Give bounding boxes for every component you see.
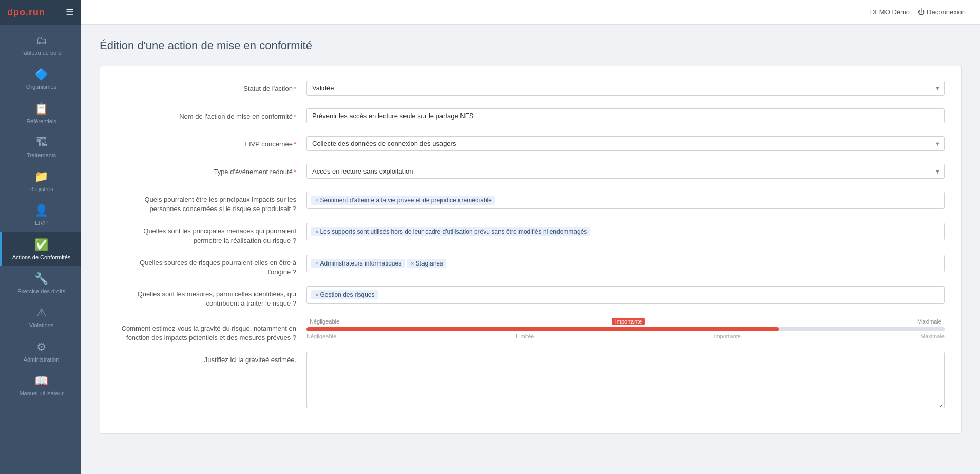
gravite-row: Comment estimez-vous la gravité du risqu… bbox=[117, 318, 945, 343]
tag: ×Administrateurs informatiques bbox=[311, 259, 405, 268]
sidebar-item-tableau-de-bord[interactable]: 🗂Tableau de bord bbox=[0, 28, 81, 62]
sources-row: Quelles sources de risques pourraient-el… bbox=[117, 255, 945, 277]
eivp-label: EIVP concernée* bbox=[117, 136, 306, 149]
mesures-tag-input[interactable]: ×Gestion des risques bbox=[306, 286, 945, 304]
eivp-icon: 👤 bbox=[34, 204, 48, 217]
logout-label: Déconnexion bbox=[927, 8, 966, 16]
impacts-row: Quels pourraient être les principaux imp… bbox=[117, 192, 945, 214]
referentiels-icon: 📋 bbox=[34, 102, 48, 116]
sidebar-item-administration[interactable]: ⚙Administration bbox=[0, 334, 81, 368]
sidebar-item-registres[interactable]: 📁Registres bbox=[0, 164, 81, 198]
sources-tag-input[interactable]: ×Administrateurs informatiques×Stagiaire… bbox=[306, 255, 945, 272]
justification-control bbox=[306, 352, 945, 410]
hamburger-button[interactable]: ☰ bbox=[66, 7, 74, 18]
slider-top-importante: Importante bbox=[612, 318, 645, 325]
impacts-tag-input[interactable]: ×Sentiment d'atteinte à la vie privée et… bbox=[306, 192, 945, 209]
impacts-control: ×Sentiment d'atteinte à la vie privée et… bbox=[306, 192, 945, 209]
statut-select[interactable]: Validée En cours Rejetée En attente bbox=[306, 81, 945, 96]
menaces-tag-input[interactable]: ×Les supports sont utilisés hors de leur… bbox=[306, 223, 945, 240]
slider-labels-bottom: Négligeable Limitée Importante Maximale bbox=[306, 333, 945, 339]
statut-control: Validée En cours Rejetée En attente ▼ bbox=[306, 81, 945, 96]
violations-icon: ⚠ bbox=[36, 306, 47, 319]
statut-label: Statut de l'action* bbox=[117, 81, 306, 93]
sources-control: ×Administrateurs informatiques×Stagiaire… bbox=[306, 255, 945, 272]
sidebar-item-violations[interactable]: ⚠Violations bbox=[0, 300, 81, 334]
topbar: DEMO Démo ⏻ Déconnexion bbox=[81, 0, 980, 25]
topbar-user: DEMO Démo bbox=[870, 8, 910, 16]
exercice-droits-label: Exercice des droits bbox=[17, 288, 65, 295]
gravite-label: Comment estimez-vous la gravité du risqu… bbox=[117, 318, 306, 343]
justification-label: Justifiez ici la graviteé estimée. bbox=[117, 352, 306, 365]
logout-button[interactable]: ⏻ Déconnexion bbox=[918, 8, 966, 16]
sidebar-item-referentiels[interactable]: 📋Référentiels bbox=[0, 96, 81, 130]
tableau-de-bord-icon: 🗂 bbox=[36, 34, 47, 47]
mesures-label: Quelles sont les mesures, parmi celles i… bbox=[117, 286, 306, 308]
administration-icon: ⚙ bbox=[36, 340, 47, 354]
menaces-label: Quelles sont les principales menaces qui… bbox=[117, 223, 306, 245]
nom-action-control bbox=[306, 108, 945, 123]
slider-section: Négligeable Importante Maximale Négligea… bbox=[306, 318, 945, 339]
tag-remove[interactable]: × bbox=[315, 292, 318, 298]
administration-label: Administration bbox=[24, 356, 60, 363]
eivp-select[interactable]: Collecte des données de connexion des us… bbox=[306, 136, 945, 151]
gravite-control: Négligeable Importante Maximale Négligea… bbox=[306, 318, 945, 339]
tag: ×Les supports sont utilisés hors de leur… bbox=[311, 227, 590, 236]
eivp-label: EIVP bbox=[35, 219, 48, 226]
violations-label: Violations bbox=[29, 321, 54, 329]
main-content: DEMO Démo ⏻ Déconnexion Édition d'une ac… bbox=[81, 0, 980, 474]
sidebar-item-organismes[interactable]: 🔷Organismes bbox=[0, 62, 81, 96]
slider-bottom-negligeable: Négligeable bbox=[306, 333, 336, 339]
tag-remove[interactable]: × bbox=[315, 260, 318, 267]
eivp-row: EIVP concernée* Collecte des données de … bbox=[117, 136, 945, 155]
sidebar-item-manuel-utilisateur[interactable]: 📖Manuel utilisateur bbox=[0, 368, 81, 402]
exercice-droits-icon: 🔧 bbox=[34, 272, 48, 286]
sidebar-item-exercice-droits[interactable]: 🔧Exercice des droits bbox=[0, 266, 81, 300]
tag: ×Gestion des risques bbox=[311, 290, 378, 299]
manuel-utilisateur-icon: 📖 bbox=[34, 374, 48, 388]
organismes-label: Organismes bbox=[26, 83, 56, 90]
type-evenement-row: Type d'événement redouté* Accès en lectu… bbox=[117, 164, 945, 182]
nom-action-input[interactable] bbox=[306, 108, 945, 123]
registres-label: Registres bbox=[29, 185, 53, 193]
actions-conformites-label: Actions de Conformités bbox=[12, 254, 71, 261]
sidebar-header: dpo.run ☰ bbox=[0, 0, 81, 25]
nom-action-label: Nom de l'action de mise en conformité* bbox=[117, 108, 306, 121]
menaces-control: ×Les supports sont utilisés hors de leur… bbox=[306, 223, 945, 240]
sidebar-item-actions-conformites[interactable]: ✅Actions de Conformités bbox=[0, 232, 81, 266]
statut-row: Statut de l'action* Validée En cours Rej… bbox=[117, 81, 945, 99]
type-evenement-select[interactable]: Accès en lecture sans exploitation bbox=[306, 164, 945, 179]
sidebar: dpo.run ☰ 🗂Tableau de bord🔷Organismes📋Ré… bbox=[0, 0, 81, 474]
nom-action-row: Nom de l'action de mise en conformité* bbox=[117, 108, 945, 127]
slider-track[interactable] bbox=[306, 327, 945, 331]
logout-icon: ⏻ bbox=[918, 8, 925, 16]
impacts-label: Quels pourraient être les principaux imp… bbox=[117, 192, 306, 214]
actions-conformites-icon: ✅ bbox=[34, 238, 48, 252]
justification-row: Justifiez ici la graviteé estimée. bbox=[117, 352, 945, 410]
mesures-row: Quelles sont les mesures, parmi celles i… bbox=[117, 286, 945, 308]
tag: ×Sentiment d'atteinte à la vie privée et… bbox=[311, 196, 495, 205]
content-area: Édition d'une action de mise en conformi… bbox=[81, 25, 980, 474]
slider-top-maximale: Maximale bbox=[914, 318, 945, 325]
slider-bottom-limitee: Limitée bbox=[516, 333, 534, 339]
tag-remove[interactable]: × bbox=[411, 260, 414, 267]
slider-bottom-maximale: Maximale bbox=[920, 333, 945, 339]
sidebar-item-traitements[interactable]: 🏗Traitements bbox=[0, 130, 81, 164]
traitements-icon: 🏗 bbox=[36, 136, 47, 149]
menaces-row: Quelles sont les principales menaces qui… bbox=[117, 223, 945, 245]
referentiels-label: Référentiels bbox=[26, 118, 56, 125]
manuel-utilisateur-label: Manuel utilisateur bbox=[19, 390, 63, 397]
justification-textarea[interactable] bbox=[306, 352, 945, 408]
sidebar-item-eivp[interactable]: 👤EIVP bbox=[0, 198, 81, 232]
page-title: Édition d'une action de mise en conformi… bbox=[100, 39, 962, 52]
slider-fill bbox=[306, 327, 779, 331]
logo: dpo.run bbox=[7, 7, 45, 18]
type-evenement-label: Type d'événement redouté* bbox=[117, 164, 306, 177]
tag-remove[interactable]: × bbox=[315, 229, 318, 235]
traitements-label: Traitements bbox=[27, 151, 56, 159]
slider-bottom-importante: Importante bbox=[714, 333, 741, 339]
tag: ×Stagiaires bbox=[407, 259, 446, 268]
mesures-control: ×Gestion des risques bbox=[306, 286, 945, 304]
type-evenement-control: Accès en lecture sans exploitation ▼ bbox=[306, 164, 945, 179]
tag-remove[interactable]: × bbox=[315, 197, 318, 203]
slider-labels-top: Négligeable Importante Maximale bbox=[306, 318, 945, 325]
